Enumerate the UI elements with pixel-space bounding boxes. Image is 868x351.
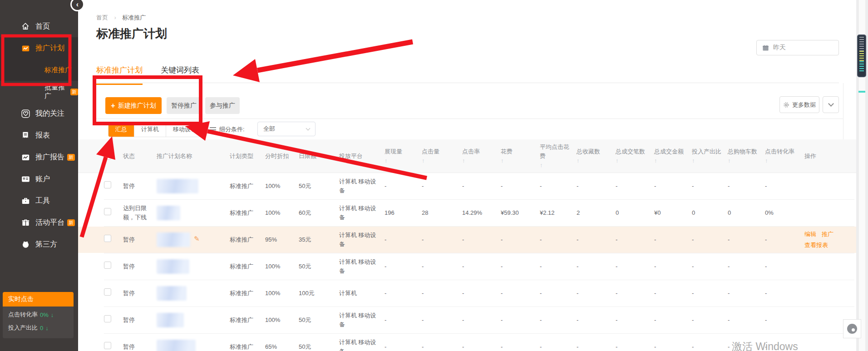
breadcrumb-home[interactable]: 首页 xyxy=(96,14,108,21)
daily-budget-link[interactable]: 50元 xyxy=(299,342,339,351)
row-checkbox[interactable] xyxy=(104,235,111,242)
sidebar-item-promo-report[interactable]: 推广报告 新 xyxy=(0,146,78,168)
column-header[interactable]: 总成交笔数↑ xyxy=(616,139,654,173)
sidebar-item-activity[interactable]: 活动平台 新 xyxy=(0,212,78,233)
platform-link[interactable]: 计算机 移动设备 xyxy=(339,231,385,249)
platform-link[interactable]: 计算机 移动设备 xyxy=(339,204,385,222)
sidebar-item-third-party[interactable]: 第三方 xyxy=(0,233,78,255)
join-promo-button[interactable]: 参与推广 xyxy=(205,97,240,114)
row-actions: 编辑推广查看报表 xyxy=(804,230,843,250)
time-discount-link[interactable]: 100% xyxy=(265,182,299,191)
row-checkbox[interactable] xyxy=(104,288,111,296)
plan-type: 标准推广 xyxy=(230,289,265,298)
tab-keyword-list[interactable]: 关键词列表 xyxy=(161,65,199,85)
sidebar-item-tools[interactable]: 工具 xyxy=(0,190,78,212)
sidebar-item-favorites[interactable]: 我的关注 xyxy=(0,103,78,124)
sidebar-item-reports[interactable]: 报表 xyxy=(0,124,78,146)
sort-asc-icon[interactable]: ↑ xyxy=(577,156,610,165)
time-discount-link[interactable]: 100% xyxy=(265,208,299,218)
table-body: 暂停标准推广100%50元计算机 移动设备-----------达到日限额，下线… xyxy=(104,173,854,351)
plan-name-cell[interactable] xyxy=(157,179,230,193)
more-data-button[interactable]: 更多数据 xyxy=(779,96,819,113)
daily-budget-link[interactable]: 35元 xyxy=(299,235,339,244)
new-plan-button[interactable]: + 新建推广计划 xyxy=(105,97,162,114)
heart-icon xyxy=(21,109,30,118)
plan-name-cell[interactable] xyxy=(157,206,230,220)
pause-promo-button[interactable]: 暂停推广 xyxy=(167,97,201,114)
column-header[interactable]: 总成交金额↑ xyxy=(654,139,692,173)
row-checkbox[interactable] xyxy=(104,315,111,322)
metric-value: - xyxy=(577,262,616,271)
time-discount-link[interactable]: 100% xyxy=(265,289,299,298)
scrollbar-thumb[interactable] xyxy=(857,35,866,77)
device-tab-summary[interactable]: 汇总 xyxy=(108,122,134,137)
sort-asc-icon[interactable]: ↑ xyxy=(654,156,686,165)
sidebar-item-standard-promo[interactable]: 标准推广 xyxy=(0,59,78,81)
sort-asc-icon[interactable]: ↑ xyxy=(540,161,571,170)
sort-asc-icon[interactable]: ↑ xyxy=(765,156,799,165)
daily-budget-link[interactable]: 100元 xyxy=(299,289,339,298)
platform-link[interactable]: 计算机 xyxy=(339,289,385,298)
select-all-checkbox[interactable] xyxy=(104,153,111,160)
table-row: 暂停标准推广100%50元计算机 移动设备----------- xyxy=(104,173,854,200)
plan-name-cell[interactable] xyxy=(157,340,230,351)
daily-budget-link[interactable]: 50元 xyxy=(299,316,339,325)
column-header[interactable]: 平均点击花费↑ xyxy=(540,139,577,173)
sidebar-item-account[interactable]: 账户 xyxy=(0,168,78,190)
time-discount-link[interactable]: 100% xyxy=(265,262,299,271)
time-discount-link[interactable]: 100% xyxy=(265,316,299,325)
toolbar: + 新建推广计划 暂停推广 参与推广 更多数据 xyxy=(96,83,843,119)
sort-asc-icon[interactable]: ↑ xyxy=(728,156,760,165)
plan-name-cell[interactable]: ✎ xyxy=(157,232,230,247)
screenshot-tool-button[interactable] xyxy=(843,319,861,338)
time-discount-link[interactable]: 95% xyxy=(265,235,299,244)
platform-link[interactable]: 计算机 移动设备 xyxy=(339,338,385,351)
platform-link[interactable]: 计算机 移动设备 xyxy=(339,177,385,195)
tab-standard-plans[interactable]: 标准推广计划 xyxy=(96,65,143,85)
trend-down-icon: ↓ xyxy=(51,311,54,318)
plan-name-cell[interactable] xyxy=(157,313,230,327)
platform-link[interactable]: 计算机 移动设备 xyxy=(339,311,385,329)
plan-name-cell[interactable] xyxy=(157,259,230,274)
sort-asc-icon[interactable]: ↑ xyxy=(692,156,722,165)
column-header[interactable]: 点击量↑ xyxy=(422,139,462,173)
column-header[interactable]: 总收藏数↑ xyxy=(577,139,616,173)
metric-value: - xyxy=(654,235,692,244)
date-picker[interactable]: 昨天 xyxy=(756,40,839,55)
sidebar-item-campaigns[interactable]: 推广计划 xyxy=(0,37,78,59)
row-checkbox[interactable] xyxy=(104,181,111,188)
column-header[interactable]: 点击转化率↑ xyxy=(765,139,804,173)
sort-asc-icon[interactable]: ↑ xyxy=(385,156,416,165)
daily-budget-link[interactable]: 50元 xyxy=(299,262,339,271)
column-header[interactable]: 花费↑ xyxy=(501,139,540,173)
device-tab-mobile[interactable]: 移动设备 xyxy=(166,122,203,137)
column-header[interactable]: 总购物车数↑ xyxy=(728,139,765,173)
edit-pencil-icon[interactable]: ✎ xyxy=(194,235,200,242)
time-discount-link[interactable]: 65% xyxy=(265,342,299,351)
column-header: 投放平台 xyxy=(339,139,385,173)
platform-link[interactable]: 计算机 移动设备 xyxy=(339,257,385,276)
column-header[interactable]: 点击率↑ xyxy=(462,139,501,173)
column-header[interactable]: 展现量↑ xyxy=(385,139,422,173)
sort-asc-icon[interactable]: ↑ xyxy=(462,156,495,165)
sort-asc-icon[interactable]: ↑ xyxy=(422,156,457,165)
sidebar-item-home[interactable]: 首页 xyxy=(0,15,78,37)
metric-value: - xyxy=(501,182,540,191)
sidebar-item-batch-promo[interactable]: 批量推广 新 xyxy=(0,81,78,103)
row-checkbox[interactable] xyxy=(104,262,111,269)
metric-value: - xyxy=(577,342,616,351)
action-link[interactable]: 查看报表 xyxy=(804,241,828,250)
sort-asc-icon[interactable]: ↑ xyxy=(616,156,649,165)
row-checkbox[interactable] xyxy=(104,208,111,215)
column-header[interactable]: 投入产出比↑ xyxy=(692,139,728,173)
daily-budget-link[interactable]: 60元 xyxy=(299,208,339,218)
daily-budget-link[interactable]: 50元 xyxy=(299,182,339,191)
row-checkbox[interactable] xyxy=(104,342,111,349)
action-link[interactable]: 编辑 xyxy=(804,230,816,239)
plan-name-cell[interactable] xyxy=(157,286,230,301)
segment-filter-select[interactable]: 全部 xyxy=(257,122,316,136)
toolbar-expand-button[interactable] xyxy=(823,96,839,113)
action-link[interactable]: 推广 xyxy=(822,230,833,239)
device-tab-pc[interactable]: 计算机 xyxy=(134,122,166,137)
sort-asc-icon[interactable]: ↑ xyxy=(501,156,534,165)
